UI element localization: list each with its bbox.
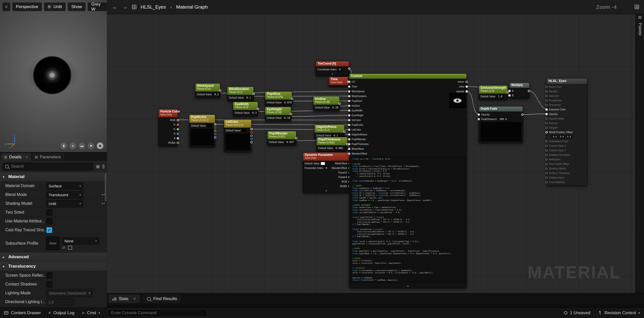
pin[interactable] (214, 133, 216, 135)
viewport-menu-button[interactable]: ≡ (3, 3, 10, 11)
pin[interactable] (545, 95, 548, 97)
preview-mesh-button[interactable]: Grey W (88, 3, 107, 11)
pin[interactable] (545, 131, 548, 133)
section-advanced[interactable]: ▸Advanced (0, 252, 107, 262)
material-preview-viewport[interactable]: ≡PerspectiveUnlitShowGrey W z y x ▮●▬■◆ (0, 0, 107, 152)
use-selected-icon[interactable]: ↺ (62, 246, 65, 250)
pin[interactable] (545, 90, 548, 93)
console-command-input[interactable]: Enter Console Command (108, 309, 207, 317)
pin[interactable] (507, 92, 509, 94)
two-sided-checkbox[interactable] (46, 209, 52, 216)
pin[interactable] (253, 93, 255, 95)
pin[interactable] (348, 100, 350, 102)
value-box[interactable]: 0 (324, 166, 328, 170)
content-drawer-button[interactable]: Content Drawer (4, 310, 41, 315)
color-swatch[interactable] (207, 124, 211, 127)
pin[interactable] (348, 114, 350, 117)
pin[interactable] (348, 119, 350, 121)
pin[interactable] (545, 108, 548, 111)
pin[interactable] (295, 137, 297, 139)
preview-shape-mesh[interactable]: ◆ (97, 142, 103, 149)
value-box[interactable]: 0,0 (566, 135, 572, 138)
color-swatch[interactable] (321, 162, 325, 165)
value-box[interactable]: 0.1 (245, 96, 252, 100)
pin[interactable] (250, 138, 253, 140)
node-dynamic-parameter[interactable]: Dynamic ParameterInput DataDefault Value… (303, 152, 350, 193)
search-input[interactable]: Search (3, 163, 93, 170)
node-node-preview[interactable] (449, 92, 466, 109)
pin[interactable] (219, 90, 221, 92)
scrollbar[interactable] (105, 174, 106, 201)
pin[interactable] (545, 113, 548, 115)
node-depth-fade[interactable]: Depth FadeOpacityFadeDistance100.0 (479, 106, 523, 143)
asset-thumbnail[interactable]: None (46, 237, 60, 250)
value-box[interactable]: 1.0 (497, 95, 504, 98)
preview-shape-cube[interactable]: ■ (88, 142, 94, 149)
pin[interactable] (545, 167, 548, 170)
pin[interactable] (343, 131, 346, 133)
shading-model-select[interactable]: Unlit▾ (46, 200, 83, 207)
value-box[interactable]: 0.18 (283, 116, 291, 120)
node-time[interactable]: TimeInput Data (329, 77, 348, 87)
pin[interactable] (214, 130, 216, 132)
pin[interactable] (348, 68, 350, 70)
pin[interactable] (250, 135, 253, 137)
cast-ray-traced-sha-checkbox[interactable]: ✓ (46, 227, 52, 233)
wire[interactable] (291, 115, 350, 117)
node-eyeheight[interactable]: EyeHeightParam (0.18)Default Value0.18 (265, 107, 291, 122)
pin[interactable] (545, 172, 548, 174)
pin[interactable] (348, 138, 350, 140)
expander-icon[interactable]: ▾ (316, 73, 349, 76)
breadcrumb-asset[interactable]: HLSL_Eyes (141, 4, 166, 10)
node-texcoord[interactable]: TexCoord [0]Coordinate Index0▾ (316, 61, 349, 76)
pin[interactable] (545, 181, 548, 183)
preview-shape-cylinder[interactable]: ▮ (60, 142, 67, 149)
blend-mode-select[interactable]: Translucent▾ (46, 191, 83, 198)
material-graph-canvas[interactable]: TexCoord [0]Coordinate Index0▾TimeInput … (107, 14, 644, 293)
pin[interactable] (348, 124, 350, 126)
pin[interactable] (348, 95, 350, 97)
browse-icon[interactable] (68, 246, 72, 250)
pin[interactable] (214, 136, 216, 139)
node-multiply[interactable]: MultiplyAB (509, 82, 530, 99)
pin[interactable] (545, 104, 548, 106)
forward-button[interactable]: → (122, 4, 128, 10)
pin[interactable] (545, 127, 548, 129)
palette-tab[interactable]: Palette (638, 21, 642, 38)
pin[interactable] (348, 81, 350, 83)
expander-icon[interactable]: ▴ (349, 285, 467, 288)
lighting-mode-select[interactable]: Volumetric NonDirectiona▾ (46, 290, 93, 297)
pin[interactable] (290, 113, 292, 115)
pin[interactable] (545, 163, 548, 165)
gear-icon[interactable] (103, 164, 104, 169)
tab-stats[interactable]: Stats × (108, 295, 140, 303)
pin[interactable] (348, 90, 350, 93)
pin[interactable] (250, 141, 253, 143)
pin[interactable] (545, 158, 548, 161)
pin[interactable] (339, 103, 341, 105)
pin[interactable] (214, 127, 216, 129)
preview-shape-sphere[interactable]: ● (70, 142, 76, 149)
pin[interactable] (250, 131, 253, 134)
value-box[interactable]: 0 (338, 68, 342, 71)
node-pupilthickness[interactable]: PupilThicknessParam (0.002)Default Value… (316, 137, 348, 152)
value-box[interactable]: 0.037 (285, 140, 295, 144)
preview-shape-plane[interactable]: ▬ (79, 142, 85, 149)
node-hlsl-eyes[interactable]: HLSL_EyesBase ColorMetallicSpecularRough… (546, 78, 587, 186)
back-button[interactable]: ← (112, 4, 118, 10)
pin[interactable] (348, 153, 350, 155)
pin[interactable] (291, 98, 293, 100)
wire[interactable] (466, 91, 480, 114)
value-box[interactable]: 0,0 (559, 135, 565, 138)
pin[interactable] (214, 123, 216, 126)
tab-details[interactable]: ▤ Details × (1, 153, 31, 161)
pin[interactable] (257, 108, 259, 110)
pin[interactable] (545, 154, 548, 156)
node-lid-color[interactable]: LidColorParam (0,0,0,1)Default Value (224, 119, 252, 152)
directional-lighting-i-input[interactable]: 1,0 (46, 298, 74, 305)
node-particle-color[interactable]: Particle ColorInput DataRGBRGBARGBA (158, 109, 178, 147)
pin[interactable] (545, 149, 548, 152)
screen-space-reflec-checkbox[interactable] (46, 272, 52, 279)
node-blinkduration[interactable]: BlinkDurationParam (0.1)Default Value0.1 (227, 86, 254, 101)
section-translucency[interactable]: ▾Translucency (0, 262, 107, 271)
